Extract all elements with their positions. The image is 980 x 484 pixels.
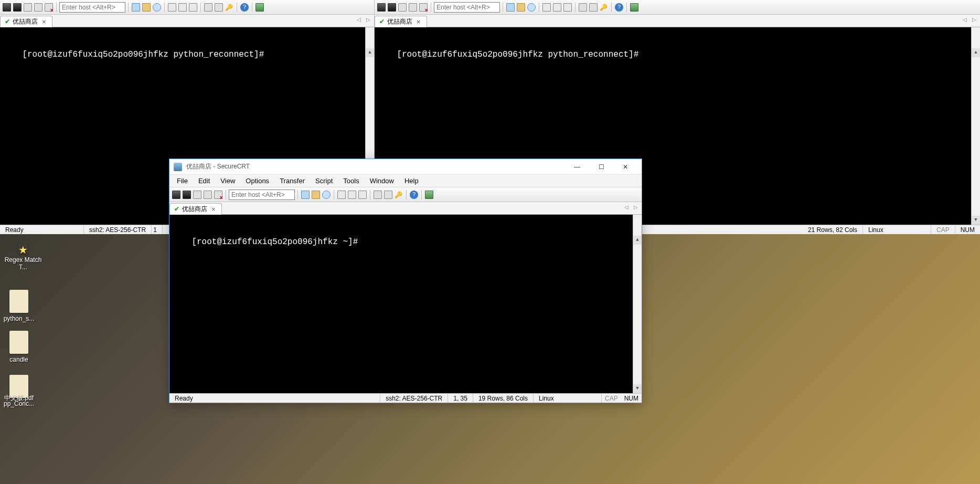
new-session-icon[interactable] bbox=[2, 3, 12, 12]
tab-prev-icon[interactable]: ◁ bbox=[623, 204, 630, 211]
global-options-icon[interactable] bbox=[384, 190, 393, 199]
find-icon[interactable] bbox=[527, 3, 536, 12]
public-key-icon[interactable] bbox=[599, 3, 609, 12]
paste-icon[interactable] bbox=[311, 190, 321, 199]
check-icon: ✔ bbox=[379, 18, 385, 25]
tab-prev-icon[interactable]: ◁ bbox=[355, 16, 363, 23]
menu-file[interactable]: File bbox=[173, 176, 192, 186]
status-cap: CAP bbox=[931, 225, 955, 234]
global-options-icon[interactable] bbox=[589, 3, 598, 12]
connect-bar-icon[interactable] bbox=[23, 3, 33, 12]
tab-close-icon[interactable]: × bbox=[40, 18, 48, 26]
menu-script[interactable]: Script bbox=[311, 176, 337, 186]
tab-nav: ◁ ▷ bbox=[623, 204, 640, 211]
paste-icon[interactable] bbox=[516, 3, 526, 12]
tab-next-icon[interactable]: ▷ bbox=[632, 204, 640, 211]
copy-icon[interactable] bbox=[301, 190, 310, 199]
tab-prev-icon[interactable]: ◁ bbox=[961, 16, 968, 23]
quick-connect-icon[interactable] bbox=[387, 3, 397, 12]
reconnect-icon[interactable] bbox=[203, 190, 212, 199]
tab-close-icon[interactable]: × bbox=[210, 205, 217, 213]
menu-view[interactable]: View bbox=[216, 176, 239, 186]
picture-icon[interactable] bbox=[255, 3, 264, 12]
new-session-icon[interactable] bbox=[377, 3, 386, 12]
picture-icon[interactable] bbox=[424, 190, 434, 199]
tab-close-icon[interactable]: × bbox=[415, 18, 422, 26]
host-input[interactable] bbox=[229, 190, 295, 200]
print-screen-icon[interactable] bbox=[358, 190, 367, 199]
menu-transfer[interactable]: Transfer bbox=[275, 176, 309, 186]
tab-session[interactable]: ✔ 优喆商店 × bbox=[375, 16, 427, 27]
status-os: Linux bbox=[534, 394, 602, 403]
tab-session[interactable]: ✔ 优喆商店 × bbox=[169, 203, 222, 215]
find-icon[interactable] bbox=[322, 190, 331, 199]
help-icon[interactable] bbox=[614, 3, 624, 12]
tab-next-icon[interactable]: ▷ bbox=[971, 16, 978, 23]
menu-tools[interactable]: Tools bbox=[339, 176, 363, 186]
public-key-icon[interactable] bbox=[225, 3, 234, 12]
scrollbar[interactable]: ▲ ▼ bbox=[633, 215, 642, 393]
maximize-button[interactable]: ☐ bbox=[589, 159, 613, 175]
host-input[interactable] bbox=[59, 2, 125, 13]
scroll-down-icon[interactable]: ▼ bbox=[633, 384, 642, 393]
scroll-up-icon[interactable]: ▲ bbox=[972, 48, 980, 57]
scroll-up-icon[interactable]: ▲ bbox=[633, 236, 642, 245]
picture-icon[interactable] bbox=[630, 3, 639, 12]
session-options-icon[interactable] bbox=[578, 3, 588, 12]
print-setup-icon[interactable] bbox=[178, 3, 187, 12]
global-options-icon[interactable] bbox=[214, 3, 223, 12]
reconnect-icon[interactable] bbox=[408, 3, 418, 12]
disconnect-icon[interactable] bbox=[419, 3, 428, 12]
connect-bar-icon[interactable] bbox=[193, 190, 202, 199]
print-setup-icon[interactable] bbox=[347, 190, 357, 199]
print-setup-icon[interactable] bbox=[552, 3, 562, 12]
desktop-icon-regex[interactable]: Regex Match T... bbox=[2, 244, 44, 271]
print-icon[interactable] bbox=[337, 190, 346, 199]
menu-help[interactable]: Help bbox=[400, 176, 423, 186]
new-session-icon[interactable] bbox=[172, 190, 181, 199]
help-icon[interactable] bbox=[409, 190, 419, 199]
status-ready: Ready bbox=[0, 225, 84, 234]
print-icon[interactable] bbox=[167, 3, 177, 12]
tab-label: 优喆商店 bbox=[13, 17, 38, 26]
separator bbox=[406, 190, 407, 199]
desktop-icon-python[interactable]: python_s... bbox=[0, 290, 40, 322]
separator bbox=[539, 3, 539, 12]
print-icon[interactable] bbox=[542, 3, 551, 12]
menu-window[interactable]: Window bbox=[366, 176, 398, 186]
reconnect-icon[interactable] bbox=[34, 3, 43, 12]
public-key-icon[interactable] bbox=[394, 190, 403, 199]
title-bar[interactable]: 优喆商店 - SecureCRT — ☐ ✕ bbox=[169, 159, 642, 175]
scroll-down-icon[interactable]: ▼ bbox=[972, 216, 980, 225]
tab-bar: ✔ 优喆商店 × ◁ ▷ bbox=[0, 15, 374, 27]
terminal[interactable]: ▲ ▼ [root@izuf6fuxiq5o2po096jhfkz ~]# bbox=[169, 215, 642, 393]
print-screen-icon[interactable] bbox=[563, 3, 572, 12]
connect-bar-icon[interactable] bbox=[398, 3, 407, 12]
find-icon[interactable] bbox=[152, 3, 162, 12]
window-title: 优喆商店 - SecureCRT bbox=[186, 162, 565, 171]
desktop-icon-candle[interactable]: candle bbox=[0, 331, 40, 363]
menu-options[interactable]: Options bbox=[241, 176, 273, 186]
session-options-icon[interactable] bbox=[373, 190, 382, 199]
paste-icon[interactable] bbox=[142, 3, 151, 12]
copy-icon[interactable] bbox=[131, 3, 141, 12]
tab-next-icon[interactable]: ▷ bbox=[365, 16, 372, 23]
disconnect-icon[interactable] bbox=[214, 190, 223, 199]
session-options-icon[interactable] bbox=[204, 3, 213, 12]
close-button[interactable]: ✕ bbox=[613, 159, 637, 175]
print-screen-icon[interactable] bbox=[188, 3, 198, 12]
menu-edit[interactable]: Edit bbox=[194, 176, 214, 186]
scrollbar[interactable]: ▲ ▼ bbox=[971, 27, 980, 225]
quick-connect-icon[interactable] bbox=[182, 190, 191, 199]
quick-connect-icon[interactable] bbox=[13, 3, 22, 12]
status-dims: 21 Rows, 82 Cols bbox=[803, 225, 863, 234]
host-input[interactable] bbox=[434, 2, 500, 13]
desktop-icon-pdf[interactable]: 中文版.pdf bbox=[0, 394, 40, 403]
tab-session[interactable]: ✔ 优喆商店 × bbox=[0, 16, 52, 27]
copy-icon[interactable] bbox=[506, 3, 515, 12]
scroll-up-icon[interactable]: ▲ bbox=[366, 48, 374, 57]
check-icon: ✔ bbox=[5, 18, 10, 25]
minimize-button[interactable]: — bbox=[565, 159, 589, 175]
disconnect-icon[interactable] bbox=[44, 3, 54, 12]
help-icon[interactable] bbox=[240, 3, 249, 12]
